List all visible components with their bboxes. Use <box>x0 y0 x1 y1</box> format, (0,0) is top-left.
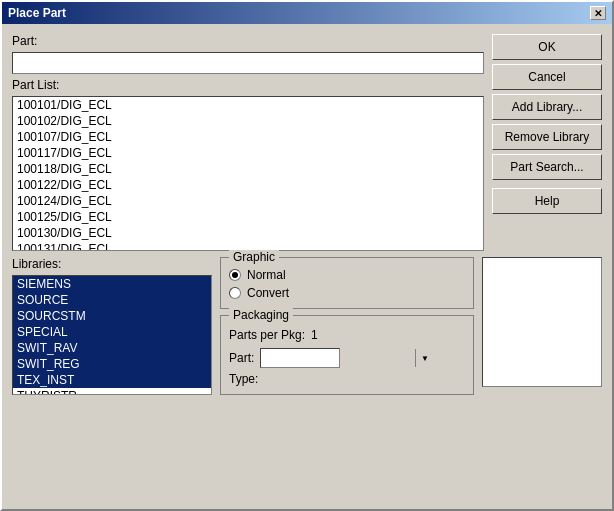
bottom-section: Libraries: SIEMENSSOURCESOURCSTMSPECIALS… <box>12 257 602 395</box>
radio-normal-label: Normal <box>247 268 286 282</box>
packaging-title: Packaging <box>229 308 293 322</box>
main-window: Place Part ✕ Part: Part List: 100101/DIG… <box>0 0 614 511</box>
library-list-item[interactable]: SPECIAL <box>13 324 211 340</box>
part-search-button[interactable]: Part Search... <box>492 154 602 180</box>
type-row: Type: <box>229 372 465 386</box>
part-list-item[interactable]: 100130/DIG_ECL <box>13 225 483 241</box>
window-title: Place Part <box>8 6 66 20</box>
libraries-section: Libraries: SIEMENSSOURCESOURCSTMSPECIALS… <box>12 257 212 395</box>
graphic-title: Graphic <box>229 250 279 264</box>
library-list-item[interactable]: SOURCE <box>13 292 211 308</box>
libraries-list[interactable]: SIEMENSSOURCESOURCSTMSPECIALSWIT_RAVSWIT… <box>12 275 212 395</box>
part-list-item[interactable]: 100101/DIG_ECL <box>13 97 483 113</box>
radio-convert-label: Convert <box>247 286 289 300</box>
library-list-item[interactable]: SWIT_REG <box>13 356 211 372</box>
radio-convert-circle[interactable] <box>229 287 241 299</box>
part-list-item[interactable]: 100117/DIG_ECL <box>13 145 483 161</box>
part-combo-arrow[interactable]: ▼ <box>415 349 433 367</box>
part-list-item[interactable]: 100124/DIG_ECL <box>13 193 483 209</box>
part-list-item[interactable]: 100122/DIG_ECL <box>13 177 483 193</box>
close-button[interactable]: ✕ <box>590 6 606 20</box>
part-list-item[interactable]: 100107/DIG_ECL <box>13 129 483 145</box>
part-label: Part: <box>12 34 484 48</box>
packaging-group: Packaging Parts per Pkg: 1 Part: ▼ Type: <box>220 315 474 395</box>
remove-library-button[interactable]: Remove Library <box>492 124 602 150</box>
title-bar: Place Part ✕ <box>2 2 612 24</box>
parts-per-pkg-row: Parts per Pkg: 1 <box>229 328 465 342</box>
part-combo[interactable]: ▼ <box>260 348 340 368</box>
radio-normal[interactable]: Normal <box>229 268 465 282</box>
top-section: Part: Part List: 100101/DIG_ECL100102/DI… <box>12 34 602 251</box>
ok-button[interactable]: OK <box>492 34 602 60</box>
part-list-item[interactable]: 100125/DIG_ECL <box>13 209 483 225</box>
part-combo-input[interactable] <box>261 349 415 367</box>
help-button[interactable]: Help <box>492 188 602 214</box>
graphic-group: Graphic Normal Convert <box>220 257 474 309</box>
library-list-item[interactable]: SOURCSTM <box>13 308 211 324</box>
middle-panels: Graphic Normal Convert Packaging Parts p… <box>220 257 474 395</box>
parts-per-pkg-label: Parts per Pkg: <box>229 328 305 342</box>
part-select-row: Part: ▼ <box>229 348 465 368</box>
library-list-item[interactable]: SIEMENS <box>13 276 211 292</box>
part-list-item[interactable]: 100118/DIG_ECL <box>13 161 483 177</box>
left-top: Part: Part List: 100101/DIG_ECL100102/DI… <box>12 34 484 251</box>
dialog-content: Part: Part List: 100101/DIG_ECL100102/DI… <box>2 24 612 509</box>
library-list-item[interactable]: THYRISTR <box>13 388 211 395</box>
parts-per-pkg-value: 1 <box>311 328 318 342</box>
library-list-item[interactable]: SWIT_RAV <box>13 340 211 356</box>
libraries-label: Libraries: <box>12 257 212 271</box>
right-buttons: OK Cancel Add Library... Remove Library … <box>492 34 602 214</box>
cancel-button[interactable]: Cancel <box>492 64 602 90</box>
part-list-item[interactable]: 100102/DIG_ECL <box>13 113 483 129</box>
add-library-button[interactable]: Add Library... <box>492 94 602 120</box>
preview-box <box>482 257 602 387</box>
part-input[interactable] <box>12 52 484 74</box>
radio-convert[interactable]: Convert <box>229 286 465 300</box>
library-list-item[interactable]: TEX_INST <box>13 372 211 388</box>
part-list-label: Part List: <box>12 78 484 92</box>
radio-normal-circle[interactable] <box>229 269 241 281</box>
type-label: Type: <box>229 372 258 386</box>
part-list[interactable]: 100101/DIG_ECL100102/DIG_ECL100107/DIG_E… <box>12 96 484 251</box>
part-select-label: Part: <box>229 351 254 365</box>
